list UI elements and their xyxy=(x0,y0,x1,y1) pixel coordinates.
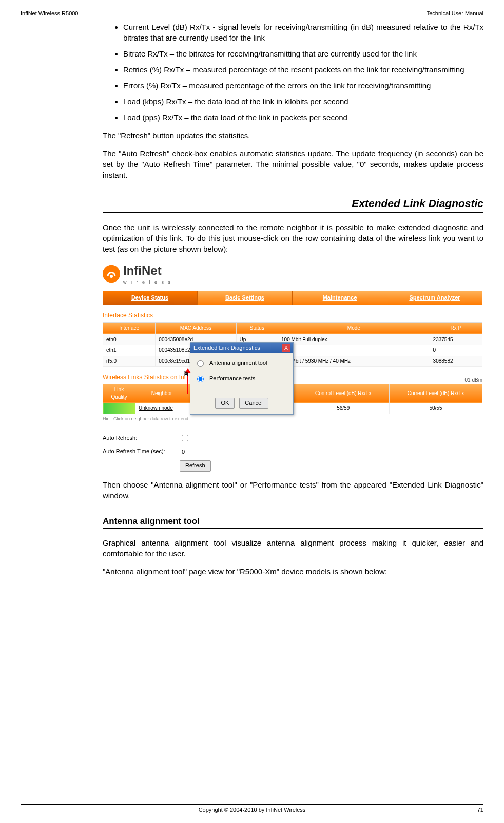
tab-device-status[interactable]: Device Status xyxy=(103,291,198,305)
svg-point-1 xyxy=(110,275,113,278)
logo-icon xyxy=(103,265,120,283)
auto-refresh-label: Auto Refresh: xyxy=(103,434,175,442)
nav-tabs: Device Status Basic Settings Maintenance… xyxy=(103,291,482,305)
interface-stats-heading: Interface Statistics xyxy=(103,311,482,320)
header-left: InfiNet Wireless R5000 xyxy=(21,10,79,16)
sub-section-title: Antenna alignment tool xyxy=(103,515,483,529)
paragraph: Then choose "Antenna alignment tool" or … xyxy=(103,479,483,501)
logo-brand: InfiNet xyxy=(123,262,172,279)
refresh-button[interactable]: Refresh xyxy=(180,460,211,471)
paragraph: Once the unit is wirelessly connected to… xyxy=(103,222,483,254)
th-control-level: Control Level (dB) Rx/Tx xyxy=(297,384,389,403)
logo: InfiNet w i r e l e s s xyxy=(103,262,482,286)
paragraph: Graphical antenna alignment tool visuali… xyxy=(103,537,483,559)
option-antenna: Antenna alignment tool xyxy=(209,359,267,367)
th-mac: MAC Address xyxy=(156,322,236,334)
th-interface: Interface xyxy=(103,322,156,334)
paragraph: The "Refresh" button updates the statist… xyxy=(103,130,483,141)
paragraph: The "Auto Refresh" check-box enables aut… xyxy=(103,148,483,180)
modal-title: Extended Link Diagnostics xyxy=(193,344,260,352)
th-rx: Rx P xyxy=(430,322,482,334)
bullet-item: Retries (%) Rx/Tx – measured percentage … xyxy=(123,64,483,75)
hint-text: Hint: Click on neighbor data row to exte… xyxy=(103,416,482,422)
paragraph: "Antenna alignment tool" page view for "… xyxy=(103,566,483,577)
header-right: Technical User Manual xyxy=(427,10,483,16)
radio-performance[interactable] xyxy=(197,376,204,382)
tab-basic-settings[interactable]: Basic Settings xyxy=(198,291,293,305)
svg-point-0 xyxy=(103,265,120,283)
tab-spectrum-analyzer[interactable]: Spectrum Analyzer xyxy=(387,291,482,305)
th-status: Status xyxy=(236,322,278,334)
th-current-level: Current Level (dB) Rx/Tx xyxy=(389,384,482,403)
bullet-item: Load (kbps) Rx/Tx – the data load of the… xyxy=(123,96,483,107)
th-link-quality: Link Quality xyxy=(103,384,135,403)
th-mode: Mode xyxy=(278,322,430,334)
noise-dbm: 01 dBm xyxy=(465,377,482,384)
bullet-item: Errors (%) Rx/Tx – measured percentage o… xyxy=(123,80,483,91)
bullet-list: Current Level (dB) Rx/Tx - signal levels… xyxy=(103,22,483,123)
page-number: 71 xyxy=(463,807,483,813)
embedded-screenshot: InfiNet w i r e l e s s Device Status Ba… xyxy=(103,262,482,472)
logo-sub: w i r e l e s s xyxy=(123,279,172,286)
th-neighbor: Neighbor xyxy=(135,384,188,403)
diagnostic-modal: Extended Link Diagnostics X Antenna alig… xyxy=(190,342,294,415)
tab-maintenance[interactable]: Maintenance xyxy=(293,291,387,305)
auto-refresh-time-label: Auto Refresh Time (sec): xyxy=(103,447,175,455)
auto-refresh-checkbox[interactable] xyxy=(182,435,188,441)
bullet-item: Current Level (dB) Rx/Tx - signal levels… xyxy=(123,22,483,43)
option-performance: Performance tests xyxy=(209,375,255,382)
neighbor-cell[interactable]: Unknown node xyxy=(135,403,188,414)
auto-refresh-time-input[interactable] xyxy=(180,446,209,457)
radio-antenna[interactable] xyxy=(197,360,204,367)
section-title: Extended Link Diagnostic xyxy=(103,196,483,213)
bullet-item: Bitrate Rx/Tx – the bitrates for receivi… xyxy=(123,48,483,59)
close-icon[interactable]: X xyxy=(282,344,290,352)
link-quality-bar xyxy=(103,403,135,414)
cancel-button[interactable]: Cancel xyxy=(239,398,268,408)
wireless-stats-heading: Wireless Links Statistics on Int xyxy=(103,373,186,382)
footer-copyright: Copyright © 2004-2010 by InfiNet Wireles… xyxy=(41,807,463,813)
cursor-icon: 🖱 xyxy=(182,369,189,379)
bullet-item: Load (pps) Rx/Tx – the data load of the … xyxy=(123,112,483,123)
ok-button[interactable]: OK xyxy=(215,398,235,408)
